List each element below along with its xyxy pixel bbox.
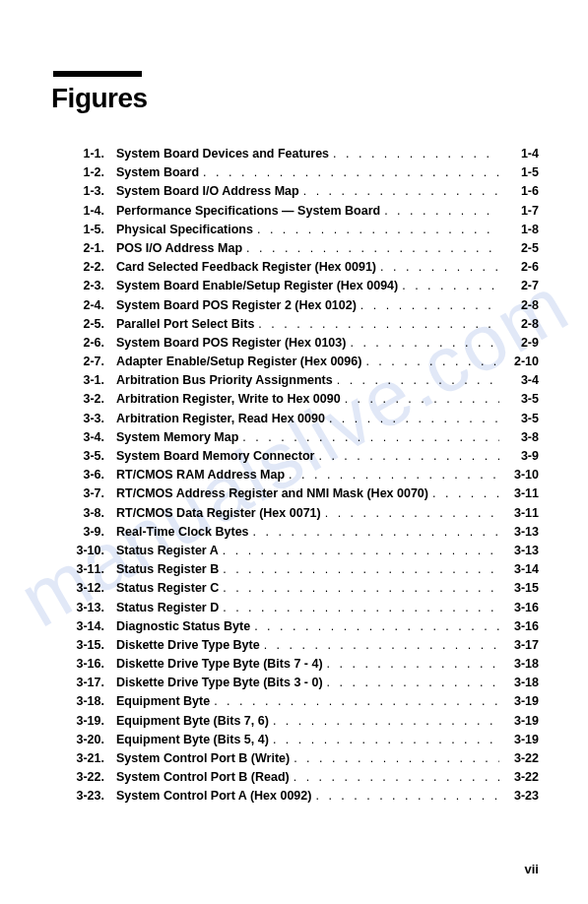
toc-entry-title: Status Register A [116,543,219,560]
toc-row: 1-2.System Board . . . . . . . . . . . .… [73,164,539,182]
toc-entry-title: System Board Memory Connector [116,448,314,466]
toc-leader-dots: . . . . . . . . . . . . . . . . . . . . … [321,505,499,523]
toc-row: 2-3.System Board Enable/Setup Register (… [73,278,539,295]
toc-row: 3-2.Arbitration Register, Write to Hex 0… [73,391,539,409]
toc-leader-dots: . . . . . . . . . . . . . . . . . . . . … [380,203,499,221]
toc-entry-page: 3-19 [499,713,539,731]
toc-leader-dots: . . . . . . . . . . . . . . . . . . . . … [323,675,499,692]
toc-entry-title: Adapter Enable/Setup Register (Hex 0096) [116,354,361,371]
toc-entry-page: 3-15 [499,580,539,598]
toc-entry-title: Status Register B [116,561,219,579]
toc-entry-number: 2-4. [73,297,116,315]
toc-entry-number: 2-1. [73,240,116,258]
toc-leader-dots: . . . . . . . . . . . . . . . . . . . . … [219,543,499,560]
toc-row: 3-14.Diagnostic Status Byte . . . . . . … [73,618,539,636]
toc-entry-title: System Board POS Register (Hex 0103) [116,335,346,353]
toc-leader-dots: . . . . . . . . . . . . . . . . . . . . … [238,429,499,447]
toc-entry-title: Physical Specifications [116,222,253,239]
toc-entry-number: 1-1. [73,146,116,163]
toc-entry-number: 3-12. [73,580,116,598]
toc-entry-page: 3-14 [499,561,539,579]
toc-row: 3-4.System Memory Map . . . . . . . . . … [73,429,539,447]
toc-row: 3-12.Status Register C . . . . . . . . .… [73,580,539,598]
toc-entry-page: 2-5 [499,240,539,258]
toc-entry-title: Card Selected Feedback Register (Hex 009… [116,259,376,277]
toc-entry-page: 2-9 [499,335,539,353]
toc-leader-dots: . . . . . . . . . . . . . . . . . . . . … [219,561,499,579]
toc-entry-title: Parallel Port Select Bits [116,316,254,334]
toc-leader-dots: . . . . . . . . . . . . . . . . . . . . … [219,580,499,598]
toc-entry-number: 3-15. [73,637,116,655]
toc-row: 2-2.Card Selected Feedback Register (Hex… [73,259,539,277]
toc-entry-title: Arbitration Register, Read Hex 0090 [116,411,325,428]
toc-row: 3-23.System Control Port A (Hex 0092) . … [73,788,539,806]
toc-row: 3-9.Real-Time Clock Bytes . . . . . . . … [73,524,539,542]
toc-leader-dots: . . . . . . . . . . . . . . . . . . . . … [250,618,499,636]
toc-leader-dots: . . . . . . . . . . . . . . . . . . . . … [346,335,499,353]
section-heading: Figures [51,83,539,114]
toc-entry-page: 3-19 [499,732,539,749]
toc-entry-title: System Board Devices and Features [116,146,329,163]
toc-row: 3-10.Status Register A . . . . . . . . .… [73,543,539,560]
toc-leader-dots: . . . . . . . . . . . . . . . . . . . . … [323,656,499,674]
toc-entry-title: Equipment Byte [116,693,210,711]
toc-row: 3-16.Diskette Drive Type Byte (Bits 7 - … [73,656,539,674]
toc-leader-dots: . . . . . . . . . . . . . . . . . . . . … [325,411,499,428]
toc-row: 1-5.Physical Specifications . . . . . . … [73,222,539,239]
toc-leader-dots: . . . . . . . . . . . . . . . . . . . . … [357,297,499,315]
toc-entry-number: 3-22. [73,769,116,787]
toc-entry-title: System Board Enable/Setup Register (Hex … [116,278,398,295]
toc-leader-dots: . . . . . . . . . . . . . . . . . . . . … [376,259,499,277]
toc-entry-page: 3-22 [499,750,539,768]
toc-entry-page: 2-6 [499,259,539,277]
toc-entry-page: 1-7 [499,203,539,221]
page-number: vii [525,862,539,876]
toc-entry-number: 3-11. [73,561,116,579]
toc-entry-number: 3-4. [73,429,116,447]
toc-entry-number: 3-9. [73,524,116,542]
toc-entry-page: 1-4 [499,146,539,163]
toc-leader-dots: . . . . . . . . . . . . . . . . . . . . … [290,750,499,768]
toc-row: 3-1.Arbitration Bus Priority Assignments… [73,372,539,390]
toc-row: 3-7.RT/CMOS Address Register and NMI Mas… [73,485,539,503]
toc-row: 3-11.Status Register B . . . . . . . . .… [73,561,539,579]
toc-row: 3-19.Equipment Byte (Bits 7, 6) . . . . … [73,713,539,731]
toc-row: 3-5.System Board Memory Connector . . . … [73,448,539,466]
toc-entry-title: Diagnostic Status Byte [116,618,250,636]
toc-entry-page: 3-9 [499,448,539,466]
toc-entry-title: System Control Port B (Write) [116,750,290,768]
toc-entry-page: 3-23 [499,788,539,806]
toc-entry-number: 1-3. [73,183,116,201]
toc-entry-page: 3-13 [499,524,539,542]
toc-entry-title: System Board I/O Address Map [116,183,299,201]
toc-leader-dots: . . . . . . . . . . . . . . . . . . . . … [299,183,499,201]
toc-entry-page: 3-18 [499,656,539,674]
toc-entry-title: System Control Port B (Read) [116,769,290,787]
toc-entry-page: 1-5 [499,164,539,182]
toc-entry-number: 3-8. [73,505,116,523]
toc-entry-page: 3-19 [499,693,539,711]
toc-entry-page: 3-13 [499,543,539,560]
toc-entry-number: 3-18. [73,693,116,711]
toc-entry-number: 1-2. [73,164,116,182]
toc-row: 2-1.POS I/O Address Map . . . . . . . . … [73,240,539,258]
toc-entry-number: 3-21. [73,750,116,768]
toc-entry-number: 3-5. [73,448,116,466]
toc-entry-number: 3-6. [73,467,116,484]
toc-entry-title: System Board [116,164,199,182]
toc-leader-dots: . . . . . . . . . . . . . . . . . . . . … [254,316,499,334]
toc-row: 1-3.System Board I/O Address Map . . . .… [73,183,539,201]
toc-leader-dots: . . . . . . . . . . . . . . . . . . . . … [253,222,499,239]
toc-leader-dots: . . . . . . . . . . . . . . . . . . . . … [290,769,499,787]
toc-row: 1-1.System Board Devices and Features . … [73,146,539,163]
toc-entry-page: 3-18 [499,675,539,692]
toc-entry-title: System Control Port A (Hex 0092) [116,788,311,806]
toc-entry-title: RT/CMOS Address Register and NMI Mask (H… [116,485,428,503]
toc-entry-number: 2-3. [73,278,116,295]
toc-leader-dots: . . . . . . . . . . . . . . . . . . . . … [311,788,499,806]
toc-entry-number: 3-17. [73,675,116,692]
toc-entry-page: 3-17 [499,637,539,655]
toc-entry-number: 3-20. [73,732,116,749]
toc-entry-page: 1-8 [499,222,539,239]
toc-entry-number: 3-13. [73,600,116,617]
